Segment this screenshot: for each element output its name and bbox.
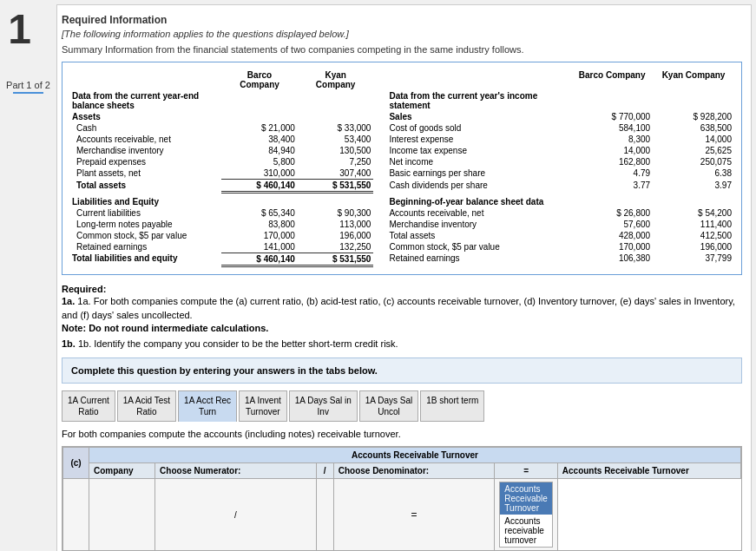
result-col-header: Accounts Receivable Turnover: [557, 463, 740, 479]
sales-barco: $ 770,000: [571, 111, 653, 122]
tax-kyan: 25,625: [653, 145, 734, 156]
tax-barco: 14,000: [571, 145, 653, 156]
beg-inv-barco: 57,600: [571, 219, 653, 230]
divps-kyan: 3.97: [653, 180, 734, 193]
beg-common-label: Common stock, $5 par value: [386, 241, 571, 253]
divps-label: Cash dividends per share: [386, 180, 571, 193]
ar-label: Accounts receivable, net: [69, 134, 221, 145]
totalassets-barco: $ 460,140: [221, 180, 298, 193]
eps-barco: 4.79: [571, 167, 653, 180]
required-title: Required:: [62, 284, 106, 294]
beg-ar-label: Accounts receivable, net: [386, 207, 571, 219]
eq-col-header: =: [495, 463, 557, 479]
plant-barco: 310,000: [221, 167, 298, 180]
beg-balance-title: Beginning-of-year balance sheet data: [386, 196, 571, 207]
totalliab-kyan: $ 531,550: [298, 253, 374, 266]
summary-text: Summary Information from the financial s…: [62, 44, 742, 55]
tab-short-term[interactable]: 1B short term: [420, 390, 484, 422]
beg-common-barco: 170,000: [571, 241, 653, 253]
numerator-col-header: Choose Numerator:: [155, 463, 317, 479]
cash-kyan: $ 33,000: [298, 122, 374, 134]
ar-barco: 38,400: [221, 134, 298, 145]
currentliab-barco: $ 65,340: [221, 207, 298, 219]
interest-label: Interest expense: [386, 134, 571, 145]
eps-kyan: 6.38: [653, 167, 734, 180]
balance-sheet-title: Data from the current year-endbalance sh…: [69, 90, 221, 111]
kyan-header: KyanCompany: [298, 69, 374, 90]
prepaid-label: Prepaid expenses: [69, 156, 221, 167]
beg-assets-kyan: 412,500: [653, 230, 734, 241]
ltnotes-barco: 83,800: [221, 219, 298, 230]
assets-header: Assets: [69, 111, 221, 122]
tab-days-sal-inv[interactable]: 1A Days Sal inInv: [289, 390, 358, 422]
retained-barco: 141,000: [221, 241, 298, 253]
totalliab-barco: $ 460,140: [221, 253, 298, 266]
totalassets-kyan: $ 531,550: [298, 180, 374, 193]
dropdown-art-list: Accounts Receivable Turnover Accounts re…: [499, 482, 552, 548]
question-number: 1: [8, 9, 31, 50]
required-body-1a: 1a. 1a. For both companies compute the (…: [62, 294, 742, 323]
ltnotes-kyan: 113,000: [298, 219, 374, 230]
beg-common-kyan: 196,000: [653, 241, 734, 253]
sales-kyan: $ 928,200: [653, 111, 734, 122]
tab-current-ratio[interactable]: 1A CurrentRatio: [62, 390, 115, 422]
totalliab-label: Total liabilities and equity: [69, 253, 221, 266]
ar-kyan: 53,400: [298, 134, 374, 145]
tab-acid-test[interactable]: 1A Acid TestRatio: [117, 390, 176, 422]
divps-barco: 3.77: [571, 180, 653, 193]
beg-retained-kyan: 37,799: [653, 253, 734, 266]
dropdown-art-option2[interactable]: Accounts receivable turnover: [500, 515, 551, 547]
retained-label: Retained earnings: [69, 241, 221, 253]
inventory-label: Merchandise inventory: [69, 145, 221, 156]
tab-days-sal-uncol[interactable]: 1A Days SalUncol: [359, 390, 418, 422]
beg-assets-label: Total assets: [386, 230, 571, 241]
beg-inv-label: Merchandise inventory: [386, 219, 571, 230]
beg-retained-barco: 106,380: [571, 253, 653, 266]
cogs-kyan: 638,500: [653, 122, 734, 134]
retained-kyan: 132,250: [298, 241, 374, 253]
required-body-1b: 1b. 1b. Identify the company you conside…: [62, 337, 742, 351]
netincome-label: Net income: [386, 156, 571, 167]
currentliab-kyan: $ 90,300: [298, 207, 374, 219]
art-title: Accounts Receivable Turnover: [89, 448, 741, 463]
tab-acct-rec[interactable]: 1A Acct RecTurn: [178, 390, 237, 422]
commonstock-kyan: 196,000: [298, 230, 374, 241]
slash-hint-1: /: [155, 479, 317, 551]
income-title: Data from the current year's incomestate…: [386, 90, 571, 111]
formula-row-1: / = Accounts Receivable Turnover Account…: [63, 479, 741, 551]
totalassets-label: Total assets: [69, 180, 221, 193]
beg-retained-label: Retained earnings: [386, 253, 571, 266]
beg-inv-kyan: 111,400: [653, 219, 734, 230]
cogs-barco: 584,100: [571, 122, 653, 134]
dropdown-art-option1[interactable]: Accounts Receivable Turnover: [500, 482, 551, 515]
required-info-title: Required Information: [62, 14, 742, 26]
blue-box: Complete this question by entering your …: [62, 357, 742, 384]
tab-invent[interactable]: 1A InventTurnover: [239, 390, 287, 422]
inventory-barco: 84,940: [221, 145, 298, 156]
interest-barco: 8,300: [571, 134, 653, 145]
tabs-row: 1A CurrentRatio 1A Acid TestRatio 1A Acc…: [62, 390, 742, 422]
cogs-label: Cost of goods sold: [386, 122, 571, 134]
tax-label: Income tax expense: [386, 145, 571, 156]
slash-col-header: /: [316, 463, 333, 479]
interest-kyan: 14,000: [653, 134, 734, 145]
barco-header: BarcoCompany: [221, 69, 298, 90]
netincome-barco: 162,800: [571, 156, 653, 167]
prepaid-barco: 5,800: [221, 156, 298, 167]
plant-label: Plant assets, net: [69, 167, 221, 180]
beg-ar-barco: $ 26,800: [571, 207, 653, 219]
kyan-header2: Kyan Company: [653, 69, 734, 90]
eq-hint-1: =: [333, 479, 495, 551]
eps-label: Basic earnings per share: [386, 167, 571, 180]
liabilities-header: Liabilities and Equity: [69, 196, 221, 207]
part-label: Part 1 of 2: [6, 80, 50, 94]
sales-label: Sales: [386, 111, 571, 122]
section-c-label: (c): [63, 448, 89, 479]
required-section: Required: 1a. 1a. For both companies com…: [62, 284, 742, 351]
financial-table-container: BarcoCompany KyanCompany Barco Company K…: [62, 62, 742, 275]
barco-header2: Barco Company: [571, 69, 653, 90]
note-text: Note: Do not round intermediate calculat…: [62, 323, 742, 333]
answer-table-container: (c) Accounts Receivable Turnover Company…: [62, 446, 742, 551]
currentliab-label: Current liabilities: [69, 207, 221, 219]
beg-ar-kyan: $ 54,200: [653, 207, 734, 219]
